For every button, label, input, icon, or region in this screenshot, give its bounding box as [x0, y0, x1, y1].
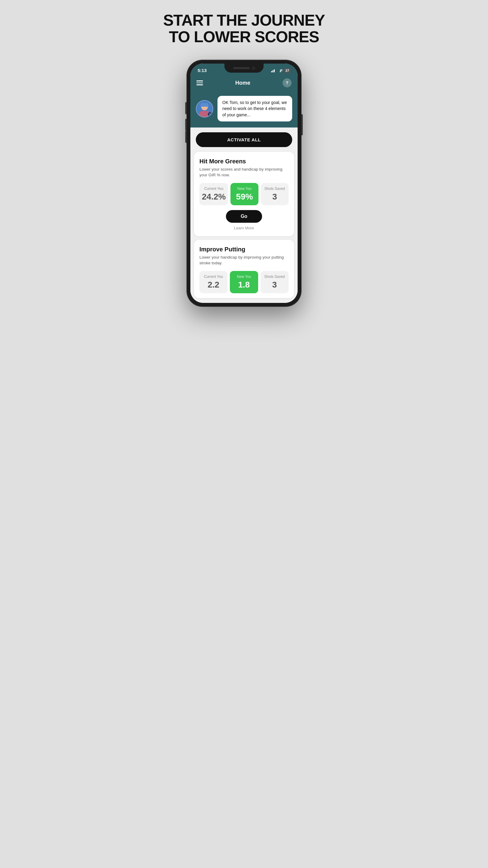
svg-point-3	[280, 71, 281, 72]
status-icons: 27	[271, 68, 290, 73]
status-time: 5:13	[198, 68, 207, 73]
phone-shell: 5:13 27	[187, 60, 301, 306]
activate-all-button[interactable]: ACTIVATE ALL	[196, 132, 292, 147]
card2-shots-label: Shots Saved	[264, 275, 285, 279]
nav-title: Home	[235, 80, 250, 86]
phone-screen: 5:13 27	[190, 64, 298, 303]
card2-current-label: Current You	[204, 275, 223, 279]
hamburger-menu[interactable]	[196, 81, 203, 85]
card2-desc: Lower your handicap by improving your pu…	[199, 255, 289, 266]
scroll-content: ACTIVATE ALL Hit More Greens Lower your …	[190, 127, 298, 303]
card1-current-value: 24.2%	[202, 192, 226, 202]
card1-current-label: Current You	[204, 187, 223, 191]
card2-current-value: 2.2	[207, 280, 219, 290]
notch	[224, 64, 264, 73]
nav-bar: Home ?	[190, 75, 298, 92]
card1-new-label: New You	[237, 187, 252, 191]
battery-icon: 27	[284, 68, 290, 73]
page-wrapper: START THE JOURNEYTO LOWER SCORES 5:13	[160, 12, 328, 307]
card2-stats-row: Current You 2.2 New You 1.8 Shots Saved …	[199, 271, 289, 293]
card2-shots-value: 3	[272, 280, 277, 290]
improve-putting-card: Improve Putting Lower your handicap by i…	[194, 240, 294, 298]
status-bar: 5:13 27	[190, 64, 298, 75]
card2-new-value: 1.8	[238, 280, 250, 290]
card2-new-stat: New You 1.8	[230, 271, 258, 293]
chat-bubble: OK Tom, so to get to your goal, we need …	[218, 96, 292, 121]
card1-shots-stat: Shots Saved 3	[261, 183, 289, 205]
card1-shots-label: Shots Saved	[264, 187, 285, 191]
card1-shots-value: 3	[272, 192, 277, 202]
notch-camera	[252, 67, 255, 70]
card1-stats-row: Current You 24.2% New You 59% Shots Save…	[199, 183, 289, 205]
avatar: i	[196, 100, 213, 118]
help-button[interactable]: ?	[283, 79, 292, 87]
avatar-info-icon: i	[208, 112, 212, 116]
card2-new-label: New You	[237, 275, 251, 279]
card1-learn-more[interactable]: Learn More	[199, 226, 289, 230]
svg-rect-2	[274, 69, 275, 72]
card1-new-value: 59%	[236, 192, 253, 202]
card2-shots-stat: Shots Saved 3	[261, 271, 289, 293]
card1-desc: Lower your scores and handicap by improv…	[199, 167, 289, 178]
svg-rect-1	[272, 70, 273, 72]
svg-rect-0	[271, 71, 272, 72]
wifi-icon	[278, 69, 283, 72]
avatar-hat	[201, 103, 208, 107]
card1-new-stat: New You 59%	[230, 183, 258, 205]
card1-title: Hit More Greens	[199, 158, 289, 165]
signal-icon	[271, 69, 276, 72]
card1-go-button[interactable]: Go	[226, 210, 262, 223]
hit-more-greens-card: Hit More Greens Lower your scores and ha…	[194, 152, 294, 236]
card2-title: Improve Putting	[199, 246, 289, 253]
card2-current-stat: Current You 2.2	[199, 271, 227, 293]
card1-current-stat: Current You 24.2%	[199, 183, 228, 205]
chat-section: i OK Tom, so to get to your goal, we nee…	[190, 92, 298, 127]
notch-speaker	[233, 67, 250, 69]
headline: START THE JOURNEYTO LOWER SCORES	[163, 12, 325, 45]
